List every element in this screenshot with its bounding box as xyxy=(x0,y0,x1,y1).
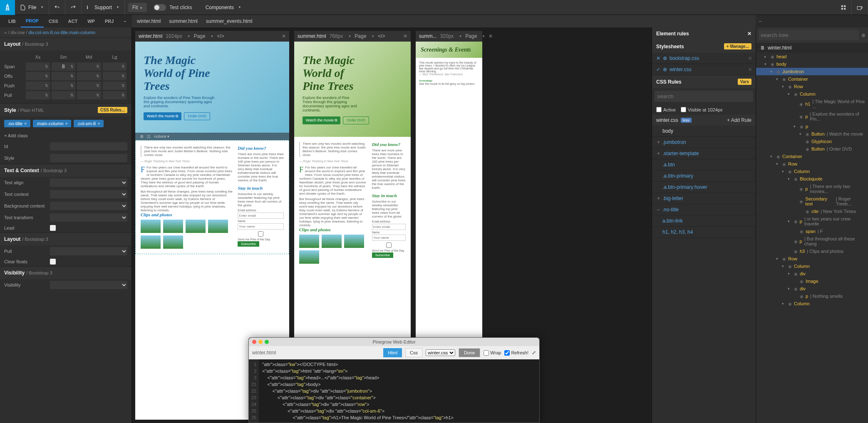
tree-collapse[interactable]: – xyxy=(756,15,868,27)
code-icon[interactable]: </> xyxy=(378,33,385,39)
tree-node[interactable]: ▾◉ Column xyxy=(756,262,868,270)
zoom-fit[interactable]: Fit▼ xyxy=(128,3,147,12)
tree-node[interactable]: ▾◉ p | or two years our crew travelle xyxy=(756,215,868,228)
text-context-header[interactable]: Text & Context/ Bootstrap 3 xyxy=(0,164,131,177)
css-rule-item[interactable]: +h1, h2, h3, h4 xyxy=(652,227,756,238)
stylesheet-item[interactable]: ✓⊕ winter.css≡ xyxy=(652,64,756,75)
css-rule-item[interactable]: +.a.btn-primary xyxy=(652,171,756,182)
file-menu[interactable]: File▼ xyxy=(15,0,49,15)
close-preview-icon[interactable]: ✕ xyxy=(489,33,493,39)
tree-node[interactable]: ▾◉ p xyxy=(756,123,868,130)
tree-node[interactable]: ▾◉ Row xyxy=(756,160,868,168)
add-rule-button[interactable]: + Add Rule xyxy=(727,117,751,123)
tree-node[interactable]: ▾◉ body xyxy=(756,60,868,68)
css-rule-item[interactable]: +body xyxy=(652,126,756,137)
pull-select[interactable] xyxy=(50,247,127,255)
wrap-checkbox[interactable] xyxy=(484,350,489,356)
code-content[interactable]: "attr">class="kw"><!DOCTYPE html><"attr"… xyxy=(259,359,457,423)
tab-minus[interactable]: – xyxy=(119,15,131,27)
text-transform-select[interactable] xyxy=(50,213,127,222)
span-sm[interactable]: 8 xyxy=(52,62,76,71)
vars-badge[interactable]: Vars xyxy=(738,79,751,85)
tree-node[interactable]: ▾◉ Row xyxy=(756,83,868,90)
tree-node[interactable]: ◉ Button | Order DVD xyxy=(756,145,868,153)
refresh-checkbox[interactable] xyxy=(504,350,510,356)
tab-act[interactable]: ACT xyxy=(63,15,83,27)
tree-node[interactable]: ▾◉ Container xyxy=(756,153,868,160)
css-search-input[interactable] xyxy=(655,91,753,102)
tree-node[interactable]: ▾◉ div xyxy=(756,270,868,277)
tree-node[interactable]: ▾◉ Button | Watch the movie xyxy=(756,130,868,138)
style-input[interactable] xyxy=(50,154,127,162)
tree-node[interactable]: ▸◉ head xyxy=(756,53,868,60)
tree-node[interactable]: ◉ span | F xyxy=(756,228,868,235)
bg-context-select[interactable] xyxy=(50,202,127,210)
jumbotron[interactable]: The Magic World of Pine Trees Explore th… xyxy=(135,42,289,133)
close-preview-icon[interactable]: ✕ xyxy=(403,33,407,39)
tree-node[interactable]: ▾◉ Container xyxy=(756,75,868,83)
span-md[interactable] xyxy=(77,62,101,71)
css-rule-item[interactable]: +a.btn-link xyxy=(652,215,756,227)
close-preview-icon[interactable]: ✕ xyxy=(282,33,286,39)
tree-node[interactable]: ◉ p | Explore the wonders of Pin... xyxy=(756,110,868,123)
visibility-header[interactable]: Visibility/ Bootstrap 3 xyxy=(0,266,131,279)
tree-node[interactable]: ◉ Secondary text | Roger Treeb... xyxy=(756,195,868,208)
span-xs[interactable] xyxy=(26,62,50,71)
tree-search-input[interactable] xyxy=(759,30,859,40)
tree-node[interactable]: ▾◉ Column xyxy=(756,90,868,98)
tree-node[interactable]: ▾◉ div xyxy=(756,285,868,292)
watch-movie-button[interactable]: Watch the movie ⧉ xyxy=(144,112,181,120)
css-rule-item[interactable]: +.starter-template xyxy=(652,148,756,159)
lead-checkbox[interactable] xyxy=(50,225,56,231)
stylesheet-item[interactable]: ✕⊕ bootstrap.css≡ xyxy=(652,53,756,64)
layout2-header[interactable]: Layout/ Bootstrap 3 xyxy=(0,233,131,245)
close-panel-icon[interactable]: ✕ xyxy=(747,31,751,37)
grid-view-icon[interactable] xyxy=(836,0,852,15)
tab-prj[interactable]: PRJ xyxy=(100,15,119,27)
css-rule-item[interactable]: +.jumbotron xyxy=(652,137,756,148)
css-rule-item[interactable]: +.big-letter xyxy=(652,193,756,204)
filter-active-checkbox[interactable] xyxy=(656,107,662,112)
app-logo[interactable] xyxy=(0,0,15,15)
tab-wp[interactable]: WP xyxy=(82,15,100,27)
tab-lib[interactable]: LIB xyxy=(3,15,21,27)
clear-floats-checkbox[interactable] xyxy=(50,259,56,265)
css-rules-badge[interactable]: CSS Rules... xyxy=(98,107,127,113)
collapse-icon[interactable]: ⤢ xyxy=(532,350,536,356)
text-align-select[interactable] xyxy=(50,178,127,187)
tree-node[interactable]: ◉ p | But throughout all these chang xyxy=(756,235,868,247)
filter-visible-checkbox[interactable] xyxy=(681,107,686,112)
tree-node[interactable]: ▾◉ Column xyxy=(756,300,868,307)
tab-css[interactable]: CSS xyxy=(44,15,63,27)
components-menu[interactable]: Components▼ xyxy=(201,0,246,15)
text-context-select[interactable] xyxy=(50,190,127,198)
tree-node[interactable]: ◉ p | Nothing smells xyxy=(756,292,868,300)
test-clicks-toggle[interactable] xyxy=(154,4,166,11)
tree-node[interactable]: ▾◉ Blockquote xyxy=(756,175,868,183)
visibility-select[interactable] xyxy=(50,281,127,289)
class-chip[interactable]: .main-column× xyxy=(33,120,71,127)
code-icon[interactable]: </> xyxy=(217,33,224,39)
id-input[interactable] xyxy=(50,142,127,151)
breadcrumb-current[interactable]: div.col-sm-8.no-title.main-column xyxy=(29,30,96,35)
email-input[interactable] xyxy=(238,213,284,219)
css-file-select[interactable]: winter.css xyxy=(426,349,455,356)
support-menu[interactable]: i Support▼ xyxy=(82,0,125,15)
tree-node[interactable]: ◉ cite | New York Times xyxy=(756,208,868,215)
name-input[interactable] xyxy=(238,223,284,230)
subscribe-button[interactable]: Subscribe xyxy=(238,241,259,247)
tree-node[interactable]: ▾◉ Jumbotron xyxy=(756,68,868,75)
redo-button[interactable] xyxy=(65,0,82,15)
class-chip[interactable]: .col-sm-8× xyxy=(74,120,104,127)
file-tab-summer[interactable]: summer.html xyxy=(169,18,198,24)
code-editor-titlebar[interactable]: Pinegrow Web Editor xyxy=(249,338,539,346)
css-rule-item[interactable]: +.a.btn-primary:hover xyxy=(652,182,756,193)
add-class-button[interactable]: + Add class xyxy=(0,131,131,141)
span-lg[interactable] xyxy=(103,62,127,71)
tree-node[interactable]: ◉ Image xyxy=(756,277,868,285)
file-tab-winter[interactable]: winter.html xyxy=(137,18,161,24)
style-section-header[interactable]: Style/ Plain HTML CSS Rules... xyxy=(0,103,131,116)
tree-node[interactable]: ◉ Glyphicon xyxy=(756,138,868,145)
css-rule-item[interactable]: +.a.btn xyxy=(652,159,756,171)
tree-node[interactable]: ▾◉ Column xyxy=(756,168,868,175)
